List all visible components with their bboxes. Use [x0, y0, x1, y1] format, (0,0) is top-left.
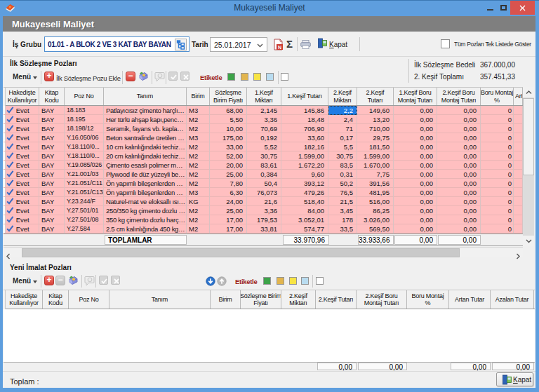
svg-text:N: N [278, 45, 281, 50]
